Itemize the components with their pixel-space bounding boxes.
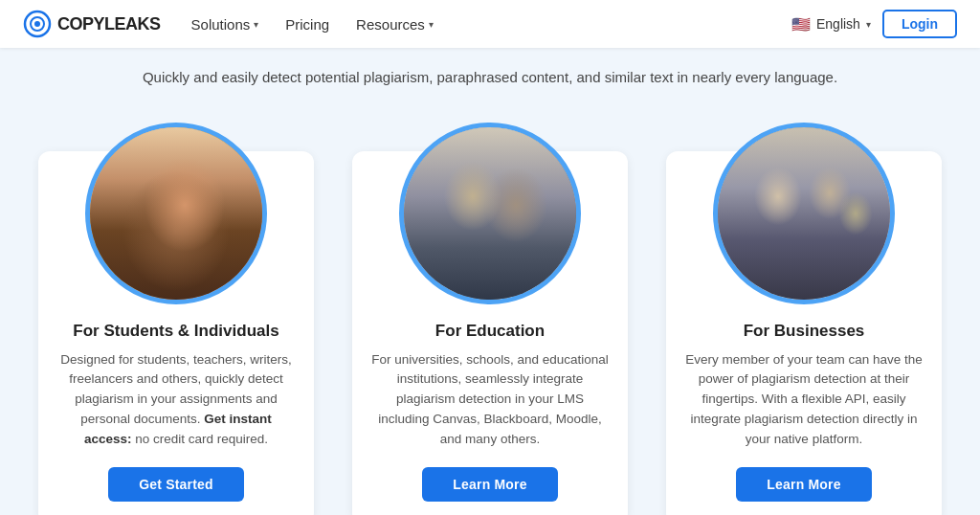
resources-chevron-icon: ▾: [429, 19, 434, 30]
card-business: For Businesses Every member of your team…: [666, 151, 942, 516]
svg-point-2: [34, 21, 40, 27]
get-started-button[interactable]: Get Started: [108, 467, 244, 502]
main-content: Quickly and easily detect potential plag…: [0, 48, 980, 515]
students-desc-suffix: no credit card required.: [131, 432, 268, 446]
language-label: English: [816, 16, 860, 32]
logo-text: COPYLEAKS: [57, 14, 161, 34]
flag-icon: 🇺🇸: [791, 15, 811, 34]
cards-container: For Students & Individuals Designed for …: [38, 118, 942, 516]
solutions-chevron-icon: ▾: [254, 19, 258, 30]
card-students: For Students & Individuals Designed for …: [38, 151, 314, 516]
card-education: For Education For universities, schools,…: [352, 151, 628, 516]
education-learn-more-button[interactable]: Learn More: [422, 467, 557, 502]
business-image-circle: [713, 123, 895, 304]
cards-row: For Students & Individuals Designed for …: [38, 151, 942, 516]
login-button[interactable]: Login: [882, 10, 957, 38]
education-card-desc: For universities, schools, and education…: [371, 350, 609, 451]
education-image: [404, 127, 576, 300]
logo[interactable]: COPYLEAKS: [23, 10, 161, 38]
site-header: COPYLEAKS Solutions ▾ Pricing Resources …: [0, 0, 980, 48]
nav-solutions[interactable]: Solutions ▾: [191, 16, 259, 33]
business-card-title: For Businesses: [744, 322, 865, 341]
students-card-title: For Students & Individuals: [73, 322, 278, 341]
business-learn-more-button[interactable]: Learn More: [736, 467, 871, 502]
education-card-title: For Education: [435, 322, 545, 341]
nav-pricing[interactable]: Pricing: [285, 16, 329, 33]
education-image-circle: [399, 123, 581, 304]
language-selector[interactable]: 🇺🇸 English ▾: [791, 15, 871, 34]
logo-icon: [23, 10, 52, 38]
main-nav: Solutions ▾ Pricing Resources ▾: [191, 16, 791, 33]
students-card-desc: Designed for students, teachers, writers…: [57, 350, 295, 451]
nav-resources[interactable]: Resources ▾: [356, 16, 434, 33]
students-image-circle: [85, 123, 267, 304]
header-right: 🇺🇸 English ▾ Login: [791, 10, 957, 38]
tagline: Quickly and easily detect potential plag…: [38, 67, 942, 89]
lang-chevron-icon: ▾: [866, 19, 871, 30]
students-image: [90, 127, 262, 300]
business-card-desc: Every member of your team can have the p…: [685, 350, 923, 451]
business-image: [718, 127, 890, 300]
